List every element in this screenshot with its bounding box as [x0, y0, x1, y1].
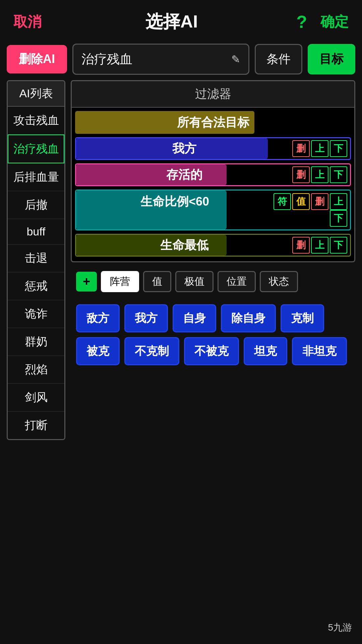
filter-value-hp-ratio[interactable]: 值 — [292, 193, 310, 210]
sidebar-item-7[interactable]: 诡诈 — [8, 300, 64, 328]
sidebar-item-1[interactable]: 治疗残血 — [8, 135, 64, 163]
filter-container: 过滤器 所有合法目标 我方 删 上 下 存活的 — [71, 80, 355, 262]
confirm-button[interactable]: 确定 — [320, 12, 349, 31]
filter-row-hp-ratio: 生命比例<60 符 值 删 上 下 — [75, 190, 351, 230]
sidebar-item-3[interactable]: 后撤 — [8, 191, 64, 219]
right-panel: 过滤器 所有合法目标 我方 删 上 下 存活的 — [71, 80, 355, 440]
sidebar-item-2[interactable]: 后排血量 — [8, 163, 64, 191]
sidebar-item-11[interactable]: 打断 — [8, 412, 64, 439]
add-filter-button[interactable]: + — [76, 272, 97, 291]
camp-btn-except-self[interactable]: 除自身 — [221, 304, 276, 332]
camp-btn-tank[interactable]: 坦克 — [244, 337, 287, 365]
filter-actions-hp-lowest: 删 上 下 — [292, 237, 347, 254]
filter-type-value[interactable]: 值 — [143, 271, 171, 292]
filter-label-all-targets: 所有合法目标 — [75, 114, 351, 131]
ai-name-label: 治疗残血 — [81, 51, 132, 68]
filter-type-position[interactable]: 位置 — [218, 271, 256, 292]
filter-down-hp-lowest[interactable]: 下 — [330, 237, 347, 254]
filter-delete-alive[interactable]: 删 — [292, 166, 310, 183]
filter-row-all-targets: 所有合法目标 — [75, 111, 351, 134]
main-layout: AI列表 攻击残血 治疗残血 后排血量 后撤 buff 击退 惩戒 诡诈 群奶 … — [0, 80, 362, 440]
filter-label-hp-ratio: 生命比例<60 — [76, 194, 274, 210]
add-filter-bar: + 阵营 值 极值 位置 状态 — [71, 268, 355, 296]
edit-icon: ✎ — [231, 53, 240, 66]
camp-btn-countered[interactable]: 被克 — [76, 337, 120, 365]
filter-up-alive[interactable]: 上 — [311, 166, 328, 183]
delete-ai-button[interactable]: 删除AI — [7, 45, 67, 73]
filter-actions-ally: 删 上 下 — [292, 140, 347, 157]
filter-down-alive[interactable]: 下 — [330, 166, 347, 183]
help-button[interactable]: ? — [296, 12, 307, 32]
sidebar-item-0[interactable]: 攻击残血 — [8, 107, 64, 135]
sidebar-item-5[interactable]: 击退 — [8, 245, 64, 272]
sidebar-item-6[interactable]: 惩戒 — [8, 272, 64, 300]
page-title: 选择AI — [47, 10, 296, 34]
filter-down-hp-ratio[interactable]: 下 — [330, 210, 347, 227]
camp-btn-counter[interactable]: 克制 — [281, 304, 324, 332]
filter-type-camp[interactable]: 阵营 — [101, 271, 139, 292]
filter-delete-hp-lowest[interactable]: 删 — [292, 237, 310, 254]
sidebar-item-8[interactable]: 群奶 — [8, 328, 64, 356]
filter-type-extreme[interactable]: 极值 — [175, 271, 214, 292]
watermark: 5九游 — [328, 621, 352, 634]
camp-btn-not-counter[interactable]: 不克制 — [124, 337, 179, 365]
camp-btn-not-countered[interactable]: 不被克 — [184, 337, 239, 365]
cancel-button[interactable]: 取消 — [13, 12, 47, 31]
camp-btn-enemy[interactable]: 敌方 — [76, 304, 120, 332]
filter-label-ally: 我方 — [76, 141, 292, 157]
camp-btn-self[interactable]: 自身 — [173, 304, 216, 332]
sidebar-header: AI列表 — [8, 81, 64, 107]
camp-btn-non-tank[interactable]: 非坦克 — [292, 337, 347, 365]
filter-type-status[interactable]: 状态 — [260, 271, 298, 292]
filter-label-alive: 存活的 — [76, 167, 292, 183]
header: 取消 选择AI ? 确定 — [0, 0, 362, 44]
sidebar-item-4[interactable]: buff — [8, 219, 64, 245]
camp-btn-ally[interactable]: 我方 — [124, 304, 168, 332]
tab-condition-button[interactable]: 条件 — [255, 44, 302, 74]
filter-down-ally[interactable]: 下 — [330, 140, 347, 157]
camp-buttons-grid: 敌方 我方 自身 除自身 克制 被克 不克制 不被克 坦克 非坦克 — [71, 301, 355, 369]
filter-row-hp-lowest: 生命最低 删 上 下 — [75, 234, 351, 257]
tab-target-button[interactable]: 目标 — [308, 44, 355, 74]
ai-name-display[interactable]: 治疗残血 ✎ — [72, 44, 249, 75]
sidebar-item-10[interactable]: 剑风 — [8, 384, 64, 412]
filter-row-ally: 我方 删 上 下 — [75, 137, 351, 160]
action-bar: 删除AI 治疗残血 ✎ 条件 目标 — [0, 44, 362, 80]
filter-up-hp-ratio[interactable]: 上 — [330, 193, 347, 210]
ai-list-sidebar: AI列表 攻击残血 治疗残血 后排血量 后撤 buff 击退 惩戒 诡诈 群奶 … — [7, 80, 65, 440]
filter-label-hp-lowest: 生命最低 — [76, 237, 292, 254]
filter-symbol-hp-ratio[interactable]: 符 — [274, 193, 291, 210]
filter-header: 过滤器 — [72, 81, 354, 108]
filter-actions-alive: 删 上 下 — [292, 166, 347, 183]
filter-delete-hp-ratio[interactable]: 删 — [311, 193, 328, 210]
filter-delete-ally[interactable]: 删 — [292, 140, 310, 157]
filter-up-hp-lowest[interactable]: 上 — [311, 237, 328, 254]
filter-up-ally[interactable]: 上 — [311, 140, 328, 157]
filter-row-alive: 存活的 删 上 下 — [75, 163, 351, 186]
filter-actions-hp-ratio: 符 值 删 上 — [274, 193, 347, 210]
sidebar-item-9[interactable]: 烈焰 — [8, 356, 64, 384]
